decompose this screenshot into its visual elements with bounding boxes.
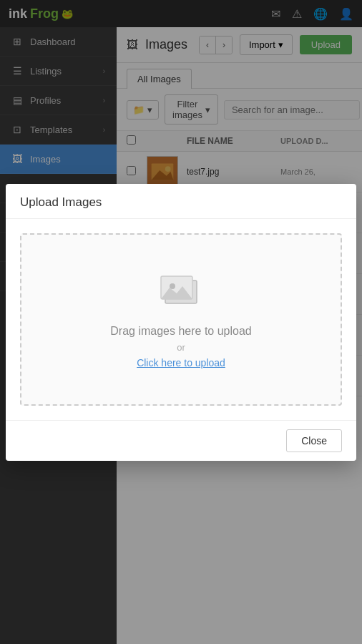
modal-overlay: Upload Images Drag images here to upload… [0,0,362,644]
click-to-upload-link[interactable]: Click here to upload [137,357,225,369]
modal-header: Upload Images [6,184,356,219]
close-button[interactable]: Close [286,429,342,452]
drop-zone[interactable]: Drag images here to upload or Click here… [20,233,342,406]
drop-text: Drag images here to upload [36,325,326,338]
modal-footer: Close [6,420,356,461]
modal-body: Drag images here to upload or Click here… [6,219,356,420]
svg-point-32 [170,283,175,289]
upload-modal: Upload Images Drag images here to upload… [6,184,356,461]
drop-icon [36,270,326,315]
drop-or-text: or [36,342,326,353]
